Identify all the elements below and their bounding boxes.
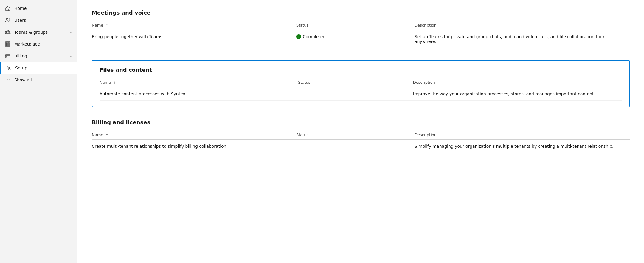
- svg-rect-9: [5, 55, 10, 58]
- svg-point-10: [8, 67, 10, 69]
- sidebar-item-home-label: Home: [14, 6, 72, 11]
- marketplace-icon: [5, 41, 11, 47]
- billing-chevron-icon: ⌄: [70, 54, 72, 58]
- svg-point-11: [6, 80, 7, 80]
- table-row: Create multi-tenant relationships to sim…: [92, 140, 630, 153]
- table-row: Automate content processes with Syntex I…: [100, 87, 622, 101]
- users-chevron-icon: ⌄: [70, 18, 72, 22]
- meetings-col-status-header: Status: [296, 21, 415, 30]
- svg-rect-5: [6, 43, 7, 44]
- files-col-status-header: Status: [298, 78, 413, 87]
- sidebar-item-billing[interactable]: Billing ⌄: [0, 50, 77, 62]
- svg-point-3: [9, 31, 10, 32]
- files-name-sort-arrow: ↑: [114, 81, 116, 84]
- status-completed: Completed: [296, 34, 411, 39]
- sidebar-item-marketplace-label: Marketplace: [14, 42, 72, 46]
- sidebar-item-teams-groups[interactable]: Teams & groups ⌄: [0, 26, 77, 38]
- files-and-content-title: Files and content: [100, 67, 622, 73]
- meetings-col-name-header: Name ↑: [92, 21, 296, 30]
- status-completed-label: Completed: [303, 34, 325, 39]
- billing-icon: [5, 53, 11, 59]
- files-table-header-row: Name ↑ Status Description: [100, 78, 622, 87]
- meetings-and-voice-section: Meetings and voice Name ↑ Status Descrip…: [92, 10, 630, 48]
- sidebar-item-show-all-label: Show all: [14, 77, 72, 82]
- billing-col-description-header: Description: [415, 130, 630, 140]
- users-icon: [5, 17, 11, 23]
- billing-and-licenses-title: Billing and licenses: [92, 119, 630, 125]
- setup-icon: [6, 65, 12, 71]
- meetings-row-name: Bring people together with Teams: [92, 30, 296, 48]
- meetings-and-voice-title: Meetings and voice: [92, 10, 630, 16]
- teams-icon: [5, 29, 11, 35]
- billing-row-description: Simplify managing your organization's mu…: [415, 140, 630, 153]
- billing-row-name: Create multi-tenant relationships to sim…: [92, 140, 296, 153]
- home-icon: [5, 5, 11, 11]
- files-col-name-header: Name ↑: [100, 78, 298, 87]
- sidebar-item-setup-label: Setup: [15, 66, 72, 70]
- svg-point-0: [6, 18, 8, 20]
- meetings-col-description-header: Description: [415, 21, 630, 30]
- meetings-and-voice-table: Name ↑ Status Description Bring people t…: [92, 21, 630, 48]
- files-col-description-header: Description: [413, 78, 622, 87]
- sidebar-item-users-label: Users: [14, 18, 66, 23]
- teams-groups-chevron-icon: ⌄: [70, 30, 72, 34]
- svg-point-1: [7, 30, 9, 32]
- billing-and-licenses-table: Name ↑ Status Description Create multi-t…: [92, 130, 630, 153]
- svg-point-13: [9, 80, 10, 80]
- billing-and-licenses-section: Billing and licenses Name ↑ Status Descr…: [92, 119, 630, 153]
- files-and-content-section: Files and content Name ↑ Status Descript…: [92, 60, 630, 107]
- name-sort-arrow: ↑: [106, 24, 108, 27]
- files-row-status: [298, 87, 413, 101]
- sidebar: Home Users ⌄ Teams & groups ⌄: [0, 0, 77, 263]
- files-row-description: Improve the way your organization proces…: [413, 87, 622, 101]
- sidebar-item-billing-label: Billing: [14, 54, 66, 58]
- billing-name-sort-arrow: ↑: [106, 133, 108, 137]
- meetings-table-header-row: Name ↑ Status Description: [92, 21, 630, 30]
- sidebar-item-marketplace[interactable]: Marketplace: [0, 38, 77, 50]
- svg-rect-7: [6, 44, 7, 46]
- main-content: Meetings and voice Name ↑ Status Descrip…: [77, 0, 644, 263]
- sidebar-item-home[interactable]: Home: [0, 2, 77, 14]
- sidebar-item-setup[interactable]: Setup: [0, 62, 77, 74]
- sidebar-item-teams-groups-label: Teams & groups: [14, 30, 66, 35]
- svg-rect-6: [8, 43, 9, 44]
- sidebar-item-show-all[interactable]: Show all: [0, 74, 77, 86]
- files-row-name: Automate content processes with Syntex: [100, 87, 298, 101]
- sidebar-item-users[interactable]: Users ⌄: [0, 14, 77, 26]
- meetings-row-status: Completed: [296, 30, 415, 48]
- status-completed-dot: [296, 34, 301, 39]
- svg-point-2: [5, 31, 7, 32]
- svg-rect-8: [8, 44, 9, 46]
- files-and-content-table: Name ↑ Status Description Automate conte…: [100, 78, 622, 101]
- svg-point-12: [7, 80, 8, 80]
- billing-row-status: [296, 140, 415, 153]
- billing-col-name-header: Name ↑: [92, 130, 296, 140]
- meetings-row-description: Set up Teams for private and group chats…: [415, 30, 630, 48]
- table-row: Bring people together with Teams Complet…: [92, 30, 630, 48]
- dots-icon: [5, 77, 11, 83]
- billing-col-status-header: Status: [296, 130, 415, 140]
- billing-table-header-row: Name ↑ Status Description: [92, 130, 630, 140]
